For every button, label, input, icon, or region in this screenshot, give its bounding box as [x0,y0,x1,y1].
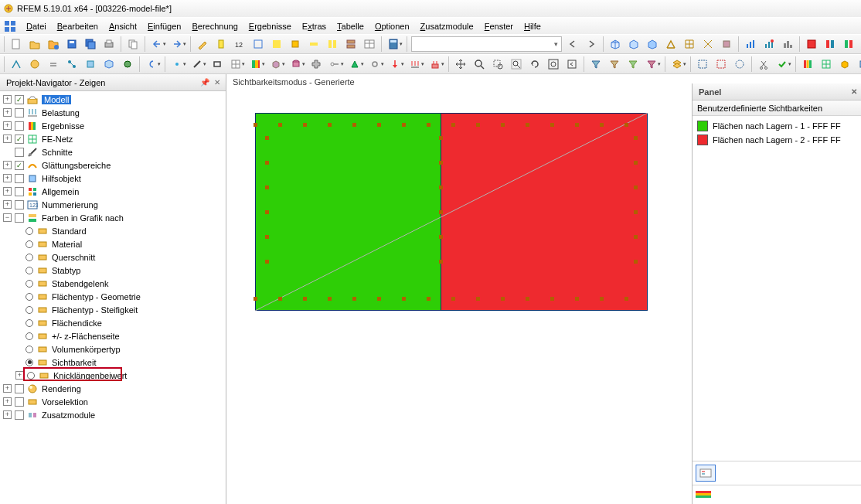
t2-colors2[interactable] [799,56,816,73]
tree-farben[interactable]: − Farben in Grafik nach [0,211,226,224]
tree-stabendgelenk[interactable]: Stabendgelenk [0,277,226,290]
t2-cut[interactable] [755,56,772,73]
tree-fenetz[interactable]: +✓ FE-Netz [0,132,226,145]
view-cube1[interactable] [607,36,624,53]
t2-zoom[interactable] [471,56,488,73]
view-cube3[interactable] [644,36,661,53]
tool-style6[interactable] [342,36,359,53]
t2-filter1[interactable] [587,56,604,73]
view-solid[interactable] [718,36,735,53]
t2-2[interactable] [26,56,43,73]
sidebar-close[interactable]: ✕ [212,77,223,88]
t2-rect[interactable] [209,56,226,73]
t2-prevview[interactable] [563,56,580,73]
tree-zseite[interactable]: +/- z-Flächenseite [0,329,226,342]
tree-hilfsobj[interactable]: + Hilfsobjekt [0,172,226,185]
menu-bearbeiten[interactable]: Bearbeiten [53,20,103,32]
t2-section[interactable] [308,56,325,73]
view-wire[interactable] [699,36,716,53]
nav-last[interactable] [583,36,600,53]
tree-volumenkoerper[interactable]: Volumenkörpertyp [0,342,226,356]
tree-ergebnisse[interactable]: + Ergebnisse [0,119,226,132]
t2-filter3[interactable] [624,56,641,73]
tree-modell[interactable]: +✓ Modell [0,93,226,106]
tree-nummerierung[interactable]: + 123 Nummerierung [0,198,226,211]
chart-3[interactable] [779,36,796,53]
t2-sel3[interactable] [731,56,748,73]
tree-rendering[interactable]: + Rendering [0,382,226,395]
tool-style2[interactable] [268,36,285,53]
menu-extras[interactable]: Extras [298,20,331,32]
legend-row-2[interactable]: Flächen nach Lagern - 2 - FFF FF [697,133,856,147]
t2-filter2[interactable] [606,56,623,73]
t2-sel1[interactable] [694,56,711,73]
panel-color-button[interactable] [696,489,711,501]
copy-button[interactable] [124,36,141,53]
tree-sichtbarkeit[interactable]: Sichtbarkeit [0,356,226,369]
tree-material[interactable]: Material [0,237,226,250]
tree-allgemein[interactable]: + Allgemein [0,185,226,198]
view-structure[interactable] [662,36,679,53]
tool-numbers[interactable]: 12 [231,36,248,53]
view-mesh[interactable] [681,36,698,53]
tool-table[interactable] [361,36,378,53]
print-button[interactable] [100,36,117,53]
chart-1[interactable] [742,36,759,53]
t2-rotate[interactable] [526,56,543,73]
tree-glaettung[interactable]: +✓ Glättungsbereiche [0,158,226,172]
viewport[interactable]: Sichtbarkeitsmodus - Generierte Panel ✕ … [226,74,861,504]
tool-style4[interactable] [305,36,322,53]
module-3[interactable] [840,36,857,53]
tool-style1[interactable] [250,36,267,53]
panel-settings-button[interactable] [696,465,716,482]
menu-fenster[interactable]: Fenster [480,20,518,32]
t2-6[interactable] [100,56,117,73]
tool-highlight[interactable] [213,36,230,53]
t2-zoomwin[interactable] [489,56,506,73]
tree-stabtyp[interactable]: Stabtyp [0,264,226,277]
tool-style5[interactable] [324,36,341,53]
menu-ansicht[interactable]: Ansicht [104,20,141,32]
tree-flaechentyp-geom[interactable]: Flächentyp - Geometrie [0,290,226,303]
sidebar-pin[interactable]: 📌 [199,77,210,88]
t2-viewall[interactable] [545,56,562,73]
t2-panel[interactable] [855,56,861,73]
t2-7[interactable] [119,56,136,73]
tree-querschnitt[interactable]: Querschnitt [0,250,226,264]
save-all-button[interactable] [82,36,99,53]
t2-sel2[interactable] [713,56,730,73]
menu-einfuegen[interactable]: Einfügen [143,20,185,32]
t2-1[interactable] [8,56,25,73]
open-file-button[interactable] [26,36,43,53]
surface-green[interactable] [255,113,441,311]
t2-3[interactable] [45,56,62,73]
menu-datei[interactable]: DDateiatei [22,20,51,32]
menu-zusatzmodule[interactable]: Zusatzmodule [416,20,478,32]
t2-move[interactable] [452,56,469,73]
menu-ergebnisse[interactable]: Ergebnisse [244,20,296,32]
menu-berechnung[interactable]: Berechnung [187,20,242,32]
save-button[interactable] [63,36,80,53]
menu-hilfe[interactable]: Hilfe [519,20,546,32]
module-2[interactable] [822,36,839,53]
nav-first[interactable] [564,36,581,53]
tree-belastung[interactable]: + Belastung [0,106,226,119]
legend-row-1[interactable]: Flächen nach Lagern - 1 - FFF FF [697,119,856,133]
t2-zall[interactable] [508,56,525,73]
loadcase-combo[interactable]: ▾ [411,36,562,52]
tool-style3[interactable] [287,36,304,53]
t2-cbox[interactable] [836,56,853,73]
tree-vorselektion[interactable]: + Vorselektion [0,395,226,408]
t2-5[interactable] [82,56,99,73]
menu-tabelle[interactable]: Tabelle [332,20,369,32]
tree-zusatz[interactable]: + Zusatzmodule [0,408,226,421]
menu-optionen[interactable]: Optionen [370,20,414,32]
open-folder-button[interactable] [45,36,62,53]
t2-4[interactable] [63,56,80,73]
panel-close[interactable]: ✕ [849,87,859,97]
tree-standard[interactable]: Standard [0,224,226,237]
tree-schnitte[interactable]: Schnitte [0,145,226,158]
tree-knick[interactable]: + Knicklängenbeiwert [0,369,226,382]
new-file-button[interactable] [8,36,25,53]
tool-pencil[interactable] [194,36,211,53]
